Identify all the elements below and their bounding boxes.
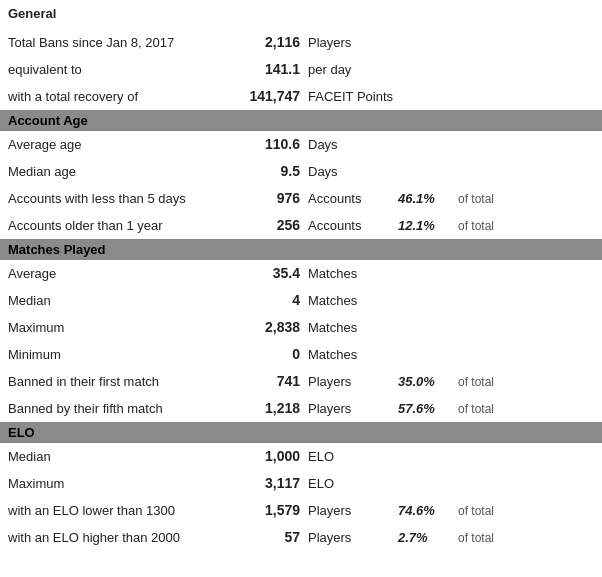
elo-unit-3: Players [308,528,398,548]
mp-row-0: Average 35.4 Matches [0,260,602,287]
aa-label-0: Average age [8,135,228,155]
general-value-2: 141,747 [228,86,308,107]
mp-unit-3: Matches [308,345,398,365]
elo-label-1: Maximum [8,474,228,494]
general-label-0: Total Bans since Jan 8, 2017 [8,33,228,53]
elo-row-3: with an ELO higher than 2000 57 Players … [0,524,602,551]
elo-oftotal-3: of total [458,529,494,547]
aa-unit-2: Accounts [308,189,398,209]
elo-value-1: 3,117 [228,473,308,494]
elo-oftotal-2: of total [458,502,494,520]
mp-label-0: Average [8,264,228,284]
mp-oftotal-5: of total [458,400,494,418]
elo-pct-2: 74.6% [398,501,458,521]
mp-value-0: 35.4 [228,263,308,284]
account-age-header: Account Age [0,110,602,131]
mp-label-3: Minimum [8,345,228,365]
general-unit-2: FACEIT Points [308,87,594,107]
mp-label-5: Banned by their fifth match [8,399,228,419]
general-value-1: 141.1 [228,59,308,80]
mp-value-1: 4 [228,290,308,311]
elo-unit-1: ELO [308,474,398,494]
mp-row-1: Median 4 Matches [0,287,602,314]
elo-row-2: with an ELO lower than 1300 1,579 Player… [0,497,602,524]
mp-value-3: 0 [228,344,308,365]
aa-label-2: Accounts with less than 5 days [8,189,228,209]
aa-value-1: 9.5 [228,161,308,182]
aa-unit-1: Days [308,162,398,182]
mp-row-5: Banned by their fifth match 1,218 Player… [0,395,602,422]
elo-label-3: with an ELO higher than 2000 [8,528,228,548]
mp-pct-4: 35.0% [398,372,458,392]
account-age-row-1: Median age 9.5 Days [0,158,602,185]
mp-unit-2: Matches [308,318,398,338]
aa-value-3: 256 [228,215,308,236]
general-section: General [0,0,602,29]
general-row-2: with a total recovery of 141,747 FACEIT … [0,83,602,110]
elo-row-0: Median 1,000 ELO [0,443,602,470]
account-age-row-2: Accounts with less than 5 days 976 Accou… [0,185,602,212]
mp-row-2: Maximum 2,838 Matches [0,314,602,341]
aa-oftotal-3: of total [458,217,494,235]
aa-oftotal-2: of total [458,190,494,208]
matches-played-header: Matches Played [0,239,602,260]
mp-label-1: Median [8,291,228,311]
aa-unit-0: Days [308,135,398,155]
mp-pct-5: 57.6% [398,399,458,419]
account-age-row-3: Accounts older than 1 year 256 Accounts … [0,212,602,239]
elo-unit-2: Players [308,501,398,521]
mp-value-4: 741 [228,371,308,392]
mp-label-2: Maximum [8,318,228,338]
general-row-0: Total Bans since Jan 8, 2017 2,116 Playe… [0,29,602,56]
mp-unit-0: Matches [308,264,398,284]
general-unit-1: per day [308,60,594,80]
elo-label-0: Median [8,447,228,467]
stats-container: General Total Bans since Jan 8, 2017 2,1… [0,0,602,551]
general-unit-0: Players [308,33,594,53]
mp-label-4: Banned in their first match [8,372,228,392]
aa-value-0: 110.6 [228,134,308,155]
aa-pct-2: 46.1% [398,189,458,209]
aa-unit-3: Accounts [308,216,398,236]
mp-value-5: 1,218 [228,398,308,419]
mp-unit-1: Matches [308,291,398,311]
general-title: General [8,6,594,21]
general-label-1: equivalent to [8,60,228,80]
account-age-row-0: Average age 110.6 Days [0,131,602,158]
mp-unit-5: Players [308,399,398,419]
elo-value-3: 57 [228,527,308,548]
elo-row-1: Maximum 3,117 ELO [0,470,602,497]
mp-row-3: Minimum 0 Matches [0,341,602,368]
elo-pct-3: 2.7% [398,528,458,548]
mp-oftotal-4: of total [458,373,494,391]
mp-row-4: Banned in their first match 741 Players … [0,368,602,395]
aa-pct-3: 12.1% [398,216,458,236]
general-row-1: equivalent to 141.1 per day [0,56,602,83]
aa-label-1: Median age [8,162,228,182]
elo-value-2: 1,579 [228,500,308,521]
general-value-0: 2,116 [228,32,308,53]
aa-label-3: Accounts older than 1 year [8,216,228,236]
elo-value-0: 1,000 [228,446,308,467]
mp-unit-4: Players [308,372,398,392]
mp-value-2: 2,838 [228,317,308,338]
elo-unit-0: ELO [308,447,398,467]
aa-value-2: 976 [228,188,308,209]
elo-label-2: with an ELO lower than 1300 [8,501,228,521]
general-label-2: with a total recovery of [8,87,228,107]
elo-header: ELO [0,422,602,443]
